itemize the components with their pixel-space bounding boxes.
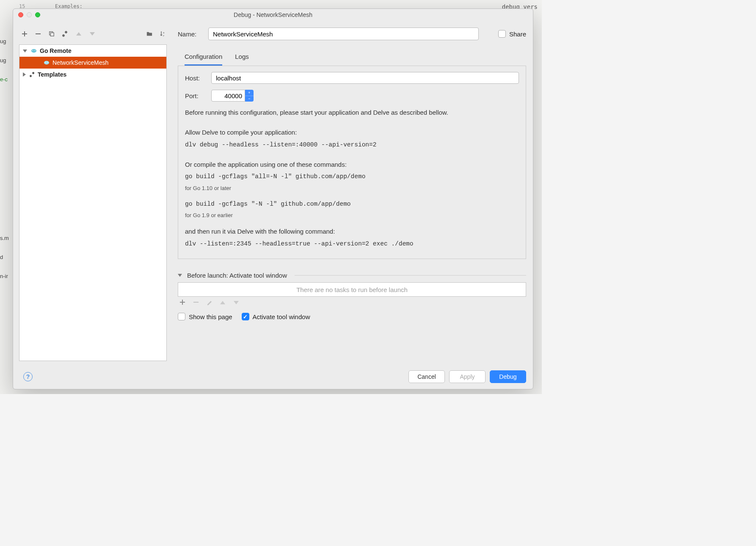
port-input[interactable] <box>211 90 245 102</box>
titlebar: Debug - NetworkServiceMesh <box>13 9 533 21</box>
activate-tool-label: Activate tool window <box>253 313 310 320</box>
right-panel: Name: Share Configuration Logs Host: Por… <box>171 21 533 365</box>
tab-configuration[interactable]: Configuration <box>185 50 222 66</box>
stepper-down-icon[interactable]: − <box>245 96 254 102</box>
tree-node-networkservicemesh[interactable]: NetworkServiceMesh <box>19 57 166 69</box>
port-label: Port: <box>185 92 205 99</box>
svg-point-7 <box>35 50 36 51</box>
bg-side-snippets: uguge-c s.mdn-ir <box>0 25 13 292</box>
debug-button[interactable]: Debug <box>490 370 526 383</box>
tree-node-label: NetworkServiceMesh <box>52 59 108 66</box>
tree-node-label: Go Remote <box>40 47 72 54</box>
svg-text:+: + <box>151 31 153 34</box>
activate-tool-checkbox[interactable] <box>242 313 249 320</box>
name-input[interactable] <box>208 28 479 40</box>
remove-icon[interactable] <box>34 30 42 38</box>
svg-point-10 <box>47 62 48 63</box>
left-panel: + az Go Remote NetworkServiceMesh <box>13 21 171 365</box>
share-checkbox[interactable] <box>498 30 506 38</box>
before-launch-toolbar <box>178 297 526 309</box>
move-up-icon[interactable] <box>75 30 83 38</box>
copy-icon[interactable] <box>48 30 55 38</box>
dialog-footer: ? Cancel Apply Debug <box>13 365 533 389</box>
tabs: Configuration Logs <box>178 50 526 66</box>
move-down-icon[interactable] <box>88 30 96 38</box>
share-label: Share <box>509 30 526 38</box>
svg-rect-1 <box>50 33 54 36</box>
tree-toolbar: + az <box>19 28 167 40</box>
svg-point-8 <box>44 61 49 65</box>
sort-icon[interactable]: az <box>159 30 167 38</box>
svg-point-6 <box>33 50 33 51</box>
chevron-right-icon <box>23 72 26 77</box>
stepper-up-icon[interactable]: + <box>245 90 254 96</box>
go-icon <box>43 59 50 66</box>
tab-logs[interactable]: Logs <box>235 50 249 66</box>
edit-icon[interactable] <box>207 299 213 306</box>
svg-text:z: z <box>163 34 164 37</box>
description-text: Before running this configuration, pleas… <box>185 108 519 248</box>
cancel-button[interactable]: Cancel <box>408 370 445 383</box>
apply-button[interactable]: Apply <box>449 370 486 383</box>
bottom-checkboxes: Show this page Activate tool window <box>178 313 526 320</box>
tree-node-label: Templates <box>38 71 66 78</box>
before-launch-label: Before launch: Activate tool window <box>187 272 287 279</box>
show-page-checkbox[interactable] <box>178 313 185 320</box>
debug-config-dialog: Debug - NetworkServiceMesh + az <box>13 8 533 389</box>
before-launch-section: Before launch: Activate tool window Ther… <box>178 272 526 309</box>
remove-icon[interactable] <box>193 299 200 306</box>
port-stepper[interactable]: + − <box>245 90 254 102</box>
host-input[interactable] <box>211 72 519 84</box>
host-label: Host: <box>185 74 205 82</box>
add-icon[interactable] <box>21 30 28 38</box>
folder-icon[interactable]: + <box>146 30 153 38</box>
svg-point-9 <box>45 62 46 63</box>
svg-point-5 <box>31 49 36 53</box>
chevron-down-icon[interactable] <box>178 274 182 277</box>
svg-text:a: a <box>163 31 165 34</box>
go-icon <box>30 47 37 54</box>
name-label: Name: <box>178 30 201 38</box>
configuration-panel: Host: Port: + − Before running this conf… <box>178 66 526 259</box>
tree-node-go-remote[interactable]: Go Remote <box>19 45 166 57</box>
config-tree[interactable]: Go Remote NetworkServiceMesh Templates <box>19 44 167 361</box>
settings-icon[interactable] <box>61 30 69 38</box>
window-title: Debug - NetworkServiceMesh <box>13 11 533 18</box>
empty-task-text: There are no tasks to run before launch <box>296 286 408 293</box>
add-icon[interactable] <box>179 299 186 306</box>
before-launch-tasklist[interactable]: There are no tasks to run before launch <box>178 282 526 297</box>
tree-node-templates[interactable]: Templates <box>19 69 166 80</box>
chevron-down-icon <box>23 50 27 52</box>
move-down-icon[interactable] <box>234 299 240 306</box>
move-up-icon[interactable] <box>220 299 227 306</box>
wrench-icon <box>29 72 35 77</box>
help-icon[interactable]: ? <box>23 372 33 381</box>
show-page-label: Show this page <box>189 313 232 320</box>
